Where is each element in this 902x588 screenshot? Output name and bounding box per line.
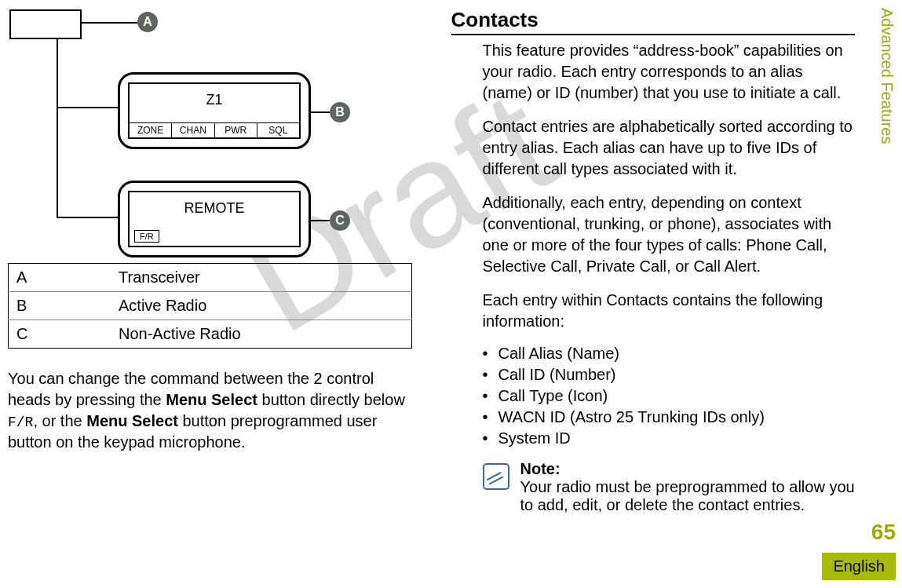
connector-line (57, 38, 58, 218)
softkey: ZONE (130, 123, 172, 137)
page-number: 65 (871, 520, 896, 545)
bold-text: Menu Select (86, 412, 178, 429)
left-paragraph: You can change the command between the 2… (8, 368, 412, 453)
left-column: Z1 ZONE CHAN PWR SQL REMOTE F/R A B C (8, 8, 412, 514)
device-screen: REMOTE F/R (128, 191, 301, 247)
text: , or the (33, 412, 86, 429)
right-column: Contacts This feature provides “address-… (451, 8, 871, 514)
active-radio-device: Z1 ZONE CHAN PWR SQL (118, 72, 311, 149)
legend-label: Active Radio (111, 292, 411, 320)
legend-key: C (9, 320, 111, 349)
note-text: Note: Your radio must be preprogrammed t… (520, 460, 856, 514)
softkey-row: ZONE CHAN PWR SQL (130, 122, 299, 137)
legend-key: A (9, 264, 111, 292)
bullet-list: Call Alias (Name) Call ID (Number) Call … (483, 345, 856, 447)
mono-text: F/R (8, 415, 33, 430)
device-screen: Z1 ZONE CHAN PWR SQL (128, 82, 301, 139)
diagram: Z1 ZONE CHAN PWR SQL REMOTE F/R A B C (8, 8, 412, 251)
legend-label: Non-Active Radio (111, 320, 411, 349)
legend-key: B (9, 292, 111, 320)
section-heading: Contacts (451, 8, 856, 35)
paragraph: Each entry within Contacts contains the … (483, 290, 856, 332)
list-item: Call ID (Number) (483, 366, 856, 384)
text: button directly below (257, 391, 405, 408)
note-block: Note: Your radio must be preprogrammed t… (483, 460, 856, 514)
screen-title: REMOTE (130, 200, 299, 217)
softkey: PWR (215, 123, 257, 137)
language-tab: English (822, 553, 896, 580)
connector-line (57, 107, 118, 108)
screen-title: Z1 (130, 92, 299, 108)
softkey: CHAN (172, 123, 214, 137)
paragraph: Additionally, each entry, depending on c… (483, 192, 856, 277)
table-row: A Transceiver (9, 264, 412, 292)
transceiver-box (9, 9, 82, 39)
note-icon (483, 463, 509, 490)
fr-label: F/R (134, 230, 159, 243)
connector-line (308, 220, 330, 221)
list-item: Call Alias (Name) (483, 345, 856, 363)
note-body: Your radio must be preprogrammed to allo… (520, 478, 855, 513)
paragraph: This feature provides “address-book” cap… (483, 40, 856, 104)
note-label: Note: (520, 460, 561, 477)
legend-table: A Transceiver B Active Radio C Non-Activ… (8, 263, 412, 349)
badge-b: B (330, 102, 350, 122)
table-row: C Non-Active Radio (9, 320, 412, 349)
badge-c: C (330, 210, 350, 231)
table-row: B Active Radio (9, 292, 412, 320)
list-item: System ID (483, 429, 856, 447)
softkey: SQL (257, 123, 299, 137)
non-active-radio-device: REMOTE F/R (118, 181, 311, 257)
list-item: Call Type (Icon) (483, 387, 856, 405)
connector-line (80, 22, 137, 24)
connector-line (57, 217, 118, 218)
paragraph: Contact entries are alphabetically sorte… (483, 116, 856, 180)
bold-text: Menu Select (166, 391, 257, 408)
legend-label: Transceiver (111, 264, 411, 292)
connector-line (308, 111, 330, 113)
list-item: WACN ID (Astro 25 Trunking IDs only) (483, 408, 856, 426)
badge-a: A (137, 12, 158, 32)
